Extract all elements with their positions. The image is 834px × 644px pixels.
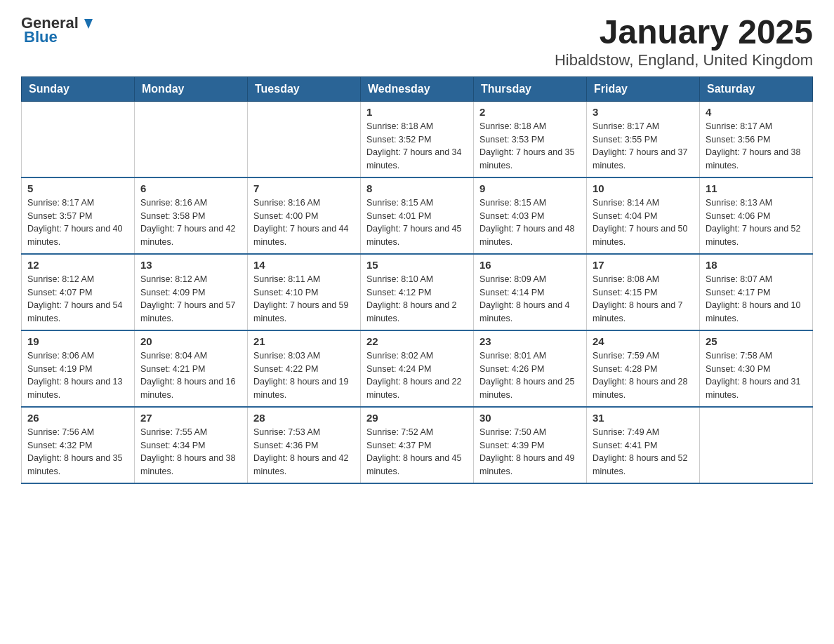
day-number: 8 (366, 182, 468, 194)
calendar-week-row: 12Sunrise: 8:12 AM Sunset: 4:07 PM Dayli… (22, 254, 813, 330)
day-of-week-header: Wednesday (361, 76, 474, 101)
day-number: 5 (27, 182, 128, 194)
day-number: 3 (593, 106, 694, 118)
calendar-cell: 24Sunrise: 7:59 AM Sunset: 4:28 PM Dayli… (587, 330, 700, 407)
day-number: 26 (27, 412, 128, 424)
calendar-cell: 16Sunrise: 8:09 AM Sunset: 4:14 PM Dayli… (474, 254, 587, 330)
calendar-week-row: 26Sunrise: 7:56 AM Sunset: 4:32 PM Dayli… (22, 407, 813, 483)
calendar-cell: 10Sunrise: 8:14 AM Sunset: 4:04 PM Dayli… (587, 177, 700, 254)
day-info: Sunrise: 8:16 AM Sunset: 4:00 PM Dayligh… (253, 196, 355, 249)
calendar-cell: 5Sunrise: 8:17 AM Sunset: 3:57 PM Daylig… (22, 177, 135, 254)
page-title: January 2025 (555, 14, 813, 51)
calendar-cell: 30Sunrise: 7:50 AM Sunset: 4:39 PM Dayli… (474, 407, 587, 483)
day-number: 24 (593, 335, 694, 347)
calendar-cell: 6Sunrise: 8:16 AM Sunset: 3:58 PM Daylig… (135, 177, 248, 254)
day-number: 17 (593, 259, 694, 271)
day-info: Sunrise: 8:02 AM Sunset: 4:24 PM Dayligh… (366, 349, 468, 402)
day-info: Sunrise: 8:07 AM Sunset: 4:17 PM Dayligh… (706, 273, 807, 326)
day-info: Sunrise: 8:04 AM Sunset: 4:21 PM Dayligh… (140, 349, 241, 402)
calendar-table: SundayMondayTuesdayWednesdayThursdayFrid… (21, 76, 813, 484)
day-info: Sunrise: 8:16 AM Sunset: 3:58 PM Dayligh… (140, 196, 241, 249)
day-info: Sunrise: 8:12 AM Sunset: 4:07 PM Dayligh… (27, 273, 128, 326)
day-info: Sunrise: 7:56 AM Sunset: 4:32 PM Dayligh… (27, 426, 128, 478)
svg-marker-0 (84, 19, 93, 29)
calendar-cell (248, 101, 361, 177)
day-info: Sunrise: 7:55 AM Sunset: 4:34 PM Dayligh… (140, 426, 241, 478)
day-info: Sunrise: 8:01 AM Sunset: 4:26 PM Dayligh… (479, 349, 581, 402)
day-number: 4 (706, 106, 807, 118)
calendar-cell: 25Sunrise: 7:58 AM Sunset: 4:30 PM Dayli… (700, 330, 813, 407)
day-number: 9 (479, 182, 581, 194)
day-info: Sunrise: 8:11 AM Sunset: 4:10 PM Dayligh… (253, 273, 355, 326)
calendar-cell: 2Sunrise: 8:18 AM Sunset: 3:53 PM Daylig… (474, 101, 587, 177)
day-info: Sunrise: 7:58 AM Sunset: 4:30 PM Dayligh… (706, 349, 807, 402)
calendar-cell: 22Sunrise: 8:02 AM Sunset: 4:24 PM Dayli… (361, 330, 474, 407)
day-info: Sunrise: 8:17 AM Sunset: 3:57 PM Dayligh… (27, 196, 128, 249)
title-block: January 2025 Hibaldstow, England, United… (555, 14, 813, 69)
day-info: Sunrise: 8:03 AM Sunset: 4:22 PM Dayligh… (253, 349, 355, 402)
day-number: 18 (706, 259, 807, 271)
day-number: 2 (479, 106, 581, 118)
calendar-week-row: 1Sunrise: 8:18 AM Sunset: 3:52 PM Daylig… (22, 101, 813, 177)
day-info: Sunrise: 7:59 AM Sunset: 4:28 PM Dayligh… (593, 349, 694, 402)
day-number: 15 (366, 259, 468, 271)
calendar-cell: 27Sunrise: 7:55 AM Sunset: 4:34 PM Dayli… (135, 407, 248, 483)
day-number: 28 (253, 412, 355, 424)
day-number: 20 (140, 335, 241, 347)
calendar-cell: 11Sunrise: 8:13 AM Sunset: 4:06 PM Dayli… (700, 177, 813, 254)
day-of-week-header: Tuesday (248, 76, 361, 101)
day-info: Sunrise: 8:15 AM Sunset: 4:03 PM Dayligh… (479, 196, 581, 249)
day-number: 10 (593, 182, 694, 194)
calendar-cell: 4Sunrise: 8:17 AM Sunset: 3:56 PM Daylig… (700, 101, 813, 177)
calendar-week-row: 19Sunrise: 8:06 AM Sunset: 4:19 PM Dayli… (22, 330, 813, 407)
day-info: Sunrise: 8:14 AM Sunset: 4:04 PM Dayligh… (593, 196, 694, 249)
day-info: Sunrise: 8:12 AM Sunset: 4:09 PM Dayligh… (140, 273, 241, 326)
calendar-cell: 21Sunrise: 8:03 AM Sunset: 4:22 PM Dayli… (248, 330, 361, 407)
day-number: 23 (479, 335, 581, 347)
page-subtitle: Hibaldstow, England, United Kingdom (555, 51, 813, 69)
day-info: Sunrise: 8:18 AM Sunset: 3:53 PM Dayligh… (479, 120, 581, 173)
day-of-week-header: Thursday (474, 76, 587, 101)
calendar-cell: 14Sunrise: 8:11 AM Sunset: 4:10 PM Dayli… (248, 254, 361, 330)
page-header: General Blue January 2025 Hibaldstow, En… (21, 14, 813, 69)
day-info: Sunrise: 7:50 AM Sunset: 4:39 PM Dayligh… (479, 426, 581, 478)
calendar-body: 1Sunrise: 8:18 AM Sunset: 3:52 PM Daylig… (22, 101, 813, 483)
calendar-cell: 18Sunrise: 8:07 AM Sunset: 4:17 PM Dayli… (700, 254, 813, 330)
calendar-cell: 29Sunrise: 7:52 AM Sunset: 4:37 PM Dayli… (361, 407, 474, 483)
day-number: 12 (27, 259, 128, 271)
calendar-cell: 23Sunrise: 8:01 AM Sunset: 4:26 PM Dayli… (474, 330, 587, 407)
day-number: 22 (366, 335, 468, 347)
logo-text-blue: Blue (24, 28, 58, 46)
day-info: Sunrise: 7:52 AM Sunset: 4:37 PM Dayligh… (366, 426, 468, 478)
day-of-week-header: Sunday (22, 76, 135, 101)
calendar-header: SundayMondayTuesdayWednesdayThursdayFrid… (22, 76, 813, 101)
day-info: Sunrise: 8:17 AM Sunset: 3:56 PM Dayligh… (706, 120, 807, 173)
day-number: 31 (593, 412, 694, 424)
day-info: Sunrise: 7:53 AM Sunset: 4:36 PM Dayligh… (253, 426, 355, 478)
logo: General Blue (21, 14, 95, 46)
calendar-cell (700, 407, 813, 483)
calendar-cell (22, 101, 135, 177)
day-number: 29 (366, 412, 468, 424)
calendar-cell: 17Sunrise: 8:08 AM Sunset: 4:15 PM Dayli… (587, 254, 700, 330)
day-info: Sunrise: 8:06 AM Sunset: 4:19 PM Dayligh… (27, 349, 128, 402)
day-number: 25 (706, 335, 807, 347)
day-number: 11 (706, 182, 807, 194)
calendar-cell: 20Sunrise: 8:04 AM Sunset: 4:21 PM Dayli… (135, 330, 248, 407)
calendar-cell: 31Sunrise: 7:49 AM Sunset: 4:41 PM Dayli… (587, 407, 700, 483)
calendar-cell: 8Sunrise: 8:15 AM Sunset: 4:01 PM Daylig… (361, 177, 474, 254)
day-info: Sunrise: 8:15 AM Sunset: 4:01 PM Dayligh… (366, 196, 468, 249)
day-number: 30 (479, 412, 581, 424)
logo-triangle-icon (80, 16, 95, 32)
day-number: 19 (27, 335, 128, 347)
day-number: 21 (253, 335, 355, 347)
day-number: 27 (140, 412, 241, 424)
days-of-week-row: SundayMondayTuesdayWednesdayThursdayFrid… (22, 76, 813, 101)
calendar-cell: 19Sunrise: 8:06 AM Sunset: 4:19 PM Dayli… (22, 330, 135, 407)
day-number: 14 (253, 259, 355, 271)
calendar-cell: 3Sunrise: 8:17 AM Sunset: 3:55 PM Daylig… (587, 101, 700, 177)
calendar-cell: 15Sunrise: 8:10 AM Sunset: 4:12 PM Dayli… (361, 254, 474, 330)
day-number: 6 (140, 182, 241, 194)
day-info: Sunrise: 8:10 AM Sunset: 4:12 PM Dayligh… (366, 273, 468, 326)
day-number: 16 (479, 259, 581, 271)
